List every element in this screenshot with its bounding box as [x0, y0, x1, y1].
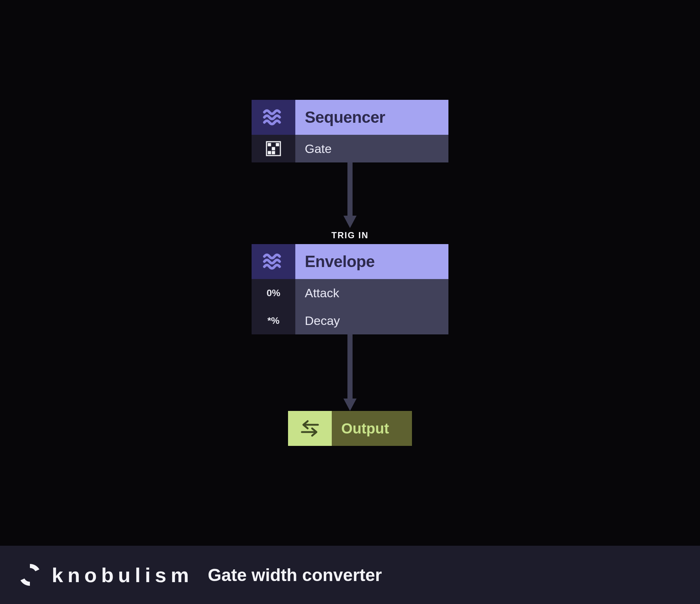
svg-rect-1 [268, 143, 271, 146]
module-sequencer: Sequencer Gate [252, 100, 448, 162]
footer-bar: knobulism Gate width converter [0, 546, 700, 604]
module-title-cell: Output [332, 411, 412, 446]
param-value: *% [252, 307, 295, 334]
module-flow: Sequencer Gate [252, 100, 448, 446]
arrow-seq-to-env: TRIG IN [331, 162, 369, 244]
param-label: Attack [305, 286, 339, 300]
param-label: Gate [305, 142, 332, 156]
module-header: Sequencer [252, 100, 448, 135]
arrow-down-icon [343, 334, 357, 411]
waves-icon [252, 244, 295, 279]
param-label-cell: Decay [295, 307, 448, 334]
brand-logo-icon [17, 562, 43, 588]
module-output: Output [288, 411, 412, 446]
brand-name: knobulism [52, 563, 193, 587]
param-label-cell: Gate [295, 135, 448, 162]
param-label: Decay [305, 314, 340, 328]
param-row-attack: 0% Attack [252, 279, 448, 307]
param-value: 0% [252, 279, 295, 307]
param-row-decay: *% Decay [252, 307, 448, 334]
arrow-env-to-out [343, 334, 357, 411]
trig-in-label: TRIG IN [331, 230, 369, 240]
param-label-cell: Attack [295, 279, 448, 307]
diagram-canvas: Sequencer Gate [0, 0, 700, 546]
svg-rect-2 [276, 143, 279, 146]
param-value-text: *% [267, 315, 279, 326]
module-envelope: Envelope 0% Attack *% Decay [252, 244, 448, 334]
svg-rect-4 [268, 151, 271, 154]
svg-rect-3 [272, 147, 275, 150]
module-title: Envelope [305, 252, 375, 271]
svg-marker-7 [343, 216, 357, 228]
waves-icon [252, 100, 295, 135]
param-value-text: 0% [267, 287, 280, 299]
module-header: Output [288, 411, 412, 446]
brand: knobulism [17, 562, 193, 588]
arrow-down-icon [343, 162, 357, 228]
module-title-cell: Envelope [295, 244, 448, 279]
module-title: Output [341, 420, 389, 437]
module-title: Sequencer [305, 108, 385, 126]
module-header: Envelope [252, 244, 448, 279]
footer-title: Gate width converter [208, 565, 382, 585]
svg-rect-5 [272, 151, 275, 154]
param-row-gate: Gate [252, 135, 448, 162]
svg-marker-9 [343, 399, 357, 411]
module-title-cell: Sequencer [295, 100, 448, 135]
io-arrows-icon [288, 411, 332, 446]
pattern-icon [252, 135, 295, 162]
